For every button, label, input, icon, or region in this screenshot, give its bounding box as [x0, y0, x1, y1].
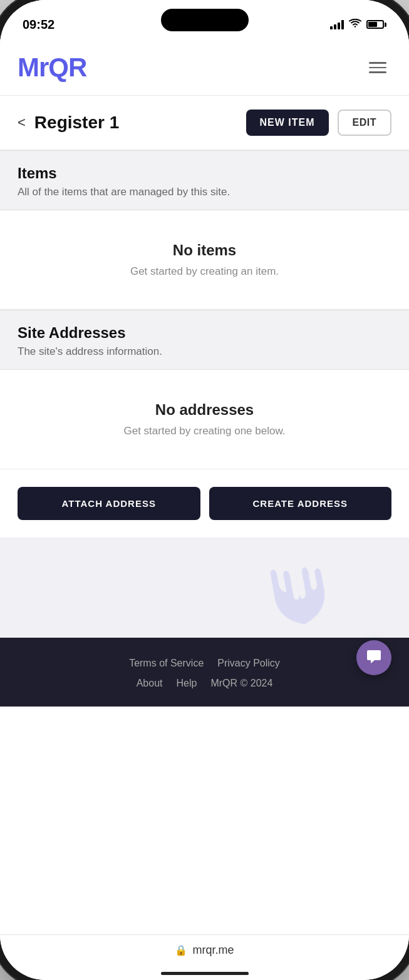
app-content: MrQR < Register 1 NEW ITEM EDIT Items Al…: [0, 38, 409, 934]
items-empty-subtitle: Get started by creating an item.: [130, 265, 279, 278]
help-link[interactable]: Help: [176, 678, 197, 689]
status-icons: [330, 19, 386, 31]
chat-icon: [366, 648, 382, 668]
hamburger-line-3: [369, 71, 386, 73]
addresses-empty-state: No addresses Get started by creating one…: [0, 370, 409, 469]
app-footer: Terms of Service Privacy Policy About He…: [0, 638, 409, 707]
cursor-overlay: [0, 538, 409, 638]
footer-links-row-1: Terms of Service Privacy Policy: [129, 658, 280, 669]
terms-of-service-link[interactable]: Terms of Service: [129, 658, 204, 669]
wifi-icon: [349, 19, 361, 31]
footer-links-row-2: About Help MrQR © 2024: [137, 678, 273, 689]
items-empty-title: No items: [173, 242, 236, 259]
privacy-policy-link[interactable]: Privacy Policy: [217, 658, 280, 669]
edit-button[interactable]: EDIT: [338, 110, 391, 136]
notch: [161, 9, 249, 31]
hamburger-line-1: [369, 62, 386, 64]
addresses-section-header: Site Addresses The site's address inform…: [0, 310, 409, 370]
bottom-bar: 🔒 mrqr.me: [0, 934, 409, 972]
addresses-empty-title: No addresses: [155, 401, 254, 419]
battery-icon: [366, 20, 386, 29]
url-text: mrqr.me: [192, 944, 234, 957]
items-empty-state: No items Get started by creating an item…: [0, 210, 409, 310]
action-buttons-container: ATTACH ADDRESS CREATE ADDRESS: [0, 469, 409, 538]
attach-address-button[interactable]: ATTACH ADDRESS: [18, 487, 200, 520]
items-section-title: Items: [18, 165, 391, 182]
app-logo: MrQR: [18, 53, 86, 83]
app-header: MrQR: [0, 38, 409, 96]
copyright-text: MrQR © 2024: [210, 678, 272, 689]
new-item-button[interactable]: NEW ITEM: [246, 110, 329, 136]
about-link[interactable]: About: [137, 678, 163, 689]
lock-icon: 🔒: [175, 944, 187, 956]
create-address-button[interactable]: CREATE ADDRESS: [209, 487, 392, 520]
addresses-section-subtitle: The site's address information.: [18, 345, 391, 358]
hamburger-button[interactable]: [364, 57, 391, 78]
chat-fab-button[interactable]: [356, 640, 391, 675]
hamburger-line-2: [369, 67, 386, 69]
items-section-subtitle: All of the items that are managed by thi…: [18, 186, 391, 198]
back-button[interactable]: <: [18, 115, 26, 131]
status-bar: 09:52: [0, 0, 409, 38]
status-time: 09:52: [23, 18, 54, 32]
page-title: Register 1: [34, 113, 237, 133]
items-section-header: Items All of the items that are managed …: [0, 150, 409, 210]
home-indicator: [161, 972, 249, 975]
addresses-section-title: Site Addresses: [18, 324, 391, 342]
hand-cursor-icon: [257, 538, 342, 638]
signal-icon: [330, 19, 344, 29]
page-header: < Register 1 NEW ITEM EDIT: [0, 96, 409, 150]
addresses-empty-subtitle: Get started by creating one below.: [124, 425, 286, 437]
